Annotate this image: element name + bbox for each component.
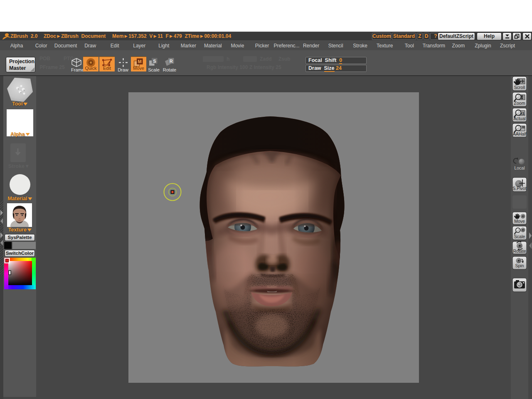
- svg-text:Local: Local: [514, 165, 525, 170]
- svg-text:AAHalf: AAHalf: [513, 131, 527, 136]
- svg-text:M: M: [138, 59, 142, 64]
- svg-text:S: S: [153, 59, 156, 64]
- svg-text:Scale: Scale: [514, 234, 525, 239]
- svg-text:Scroll: Scroll: [514, 85, 525, 90]
- svg-text:S.Pivot: S.Pivot: [512, 186, 526, 191]
- svg-text:Rotate: Rotate: [513, 249, 526, 254]
- svg-text:R: R: [170, 59, 173, 64]
- svg-text:Spin: Spin: [515, 263, 524, 268]
- svg-text:Actual: Actual: [513, 116, 525, 121]
- svg-text:Zoom: Zoom: [514, 101, 525, 106]
- svg-text:Move: Move: [514, 219, 525, 224]
